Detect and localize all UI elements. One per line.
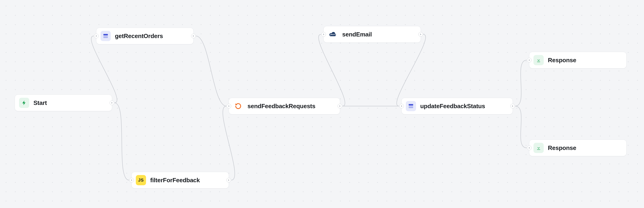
port-right[interactable] [338, 104, 342, 108]
edge-filterForFeedback-sendFeedbackRequests [223, 106, 235, 180]
node-sendEmail[interactable]: {REST}sendEmail [324, 26, 421, 43]
port-left[interactable] [226, 104, 231, 108]
node-start[interactable]: Start [15, 94, 112, 111]
node-label: Response [548, 57, 576, 64]
port-left[interactable] [527, 58, 532, 62]
js-icon: JS [136, 175, 146, 185]
node-response1[interactable]: Response [529, 52, 626, 68]
node-label: sendEmail [342, 31, 372, 38]
port-right[interactable] [110, 100, 114, 105]
port-right[interactable] [191, 34, 196, 38]
node-updateFeedbackStatus[interactable]: updateFeedbackStatus [402, 98, 513, 114]
svg-rect-1 [103, 36, 108, 38]
edge-start-getRecentOrders [91, 36, 117, 103]
edge-start-filterForFeedback [114, 103, 129, 180]
svg-rect-3 [408, 104, 413, 106]
node-label: sendFeedbackRequests [248, 102, 315, 110]
node-label: filterForFeedback [150, 177, 200, 184]
edge-sendFeedbackRequests-sendEmail [318, 34, 345, 106]
node-label: getRecentOrders [115, 32, 163, 40]
rest-icon: {REST} [328, 29, 338, 40]
port-right[interactable] [418, 32, 423, 37]
node-sendFeedbackRequests[interactable]: sendFeedbackRequests [229, 98, 340, 114]
edge-sendEmail-updateFeedbackStatus [397, 34, 426, 106]
node-getRecentOrders[interactable]: getRecentOrders [96, 28, 194, 44]
edge-updateFeedbackStatus-response1 [515, 60, 527, 106]
table-icon [406, 101, 416, 111]
svg-text:{REST}: {REST} [330, 34, 336, 36]
port-left[interactable] [321, 32, 326, 37]
bolt-icon [19, 98, 29, 108]
port-left[interactable] [527, 146, 532, 150]
port-left[interactable] [129, 178, 134, 182]
node-filterForFeedback[interactable]: JSfilterForFeedback [132, 172, 229, 188]
svg-rect-0 [103, 34, 108, 36]
download-icon [534, 143, 544, 153]
edge-getRecentOrders-sendFeedbackRequests [196, 36, 226, 106]
node-label: Response [548, 144, 576, 152]
port-left[interactable] [94, 34, 99, 38]
node-label: updateFeedbackStatus [420, 102, 485, 110]
node-label: Start [34, 99, 47, 106]
svg-rect-4 [408, 106, 413, 108]
port-right[interactable] [510, 104, 515, 108]
loop-icon [233, 101, 243, 111]
edge-updateFeedbackStatus-response2 [515, 106, 527, 148]
download-icon [534, 55, 544, 65]
workflow-canvas[interactable]: StartgetRecentOrdersJSfilterForFeedbacks… [0, 0, 644, 208]
node-response2[interactable]: Response [529, 140, 626, 156]
port-left[interactable] [399, 104, 404, 108]
port-right[interactable] [226, 178, 231, 182]
table-icon [100, 31, 111, 41]
